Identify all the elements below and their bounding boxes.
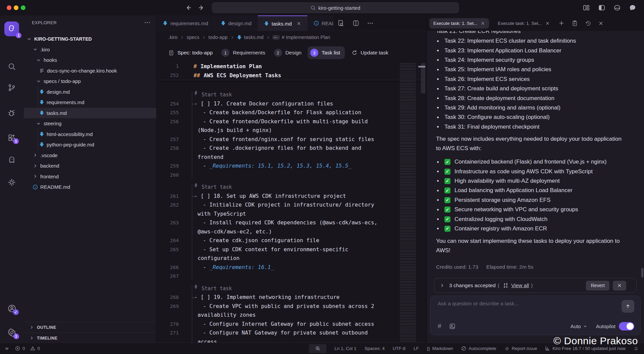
tree-item-folder[interactable]: hooks: [24, 55, 156, 65]
chat-scrollbar[interactable]: [641, 268, 643, 277]
remote-indicator-icon[interactable]: [4, 346, 10, 351]
breadcrumb-item[interactable]: tasks.md: [244, 35, 264, 40]
tab-tasks-active[interactable]: tasks.md: [258, 15, 308, 31]
tree-item-folder[interactable]: .kiro: [24, 44, 156, 55]
code-lens-start-task[interactable]: Start task: [157, 183, 426, 192]
tree-item-file[interactable]: docs-sync-on-change.kiro.hook: [24, 65, 156, 76]
tree-item-file[interactable]: html-accessibility.md: [24, 129, 156, 140]
dismiss-changes-button[interactable]: [613, 281, 626, 291]
tab-design[interactable]: design.md: [215, 15, 258, 31]
minimize-window-button[interactable]: [14, 5, 18, 10]
sidebar-item-source-control[interactable]: [0, 79, 23, 96]
editor-line: configuration: [157, 254, 426, 263]
toggle-panel-icon[interactable]: [613, 4, 621, 12]
history-icon[interactable]: [585, 20, 591, 27]
code-lens-start-task[interactable]: Start task: [157, 284, 426, 293]
close-icon[interactable]: [481, 21, 485, 26]
editor-scrollbar[interactable]: [421, 63, 425, 93]
nav-back-icon[interactable]: [184, 4, 193, 12]
account-button[interactable]: ✓: [0, 300, 23, 317]
tree-item-file-selected[interactable]: tasks.md: [24, 108, 156, 119]
outline-section[interactable]: OUTLINE: [24, 322, 156, 333]
breadcrumb-item[interactable]: specs: [186, 35, 199, 40]
tab-requirements[interactable]: requirements.md: [157, 15, 215, 31]
zoom-indicator[interactable]: [309, 344, 326, 353]
refresh-icon: [352, 50, 358, 56]
breadcrumb-item[interactable]: # Implementation Plan: [282, 35, 330, 40]
notifications-bell-icon[interactable]: [634, 346, 639, 351]
send-button[interactable]: [622, 300, 634, 313]
close-icon[interactable]: [545, 21, 550, 26]
explorer-more-icon[interactable]: [144, 19, 150, 26]
sidebar-item-debug[interactable]: [0, 104, 23, 122]
breadcrumb-item[interactable]: todo-app: [208, 35, 227, 40]
chat-body[interactable]: Task 21: Create ECR repositories Task 22…: [427, 31, 644, 343]
tree-item-folder[interactable]: steering: [24, 118, 156, 129]
command-center-search[interactable]: kiro-getting-started: [212, 2, 459, 13]
nav-forward-icon[interactable]: [197, 4, 205, 12]
task-bullet: Task 24: Implement security groups: [436, 55, 637, 65]
breadcrumb-item[interactable]: .kiro: [168, 35, 177, 40]
code-lens-start-task[interactable]: Start task: [157, 90, 426, 99]
revert-button[interactable]: Revert: [586, 281, 609, 291]
sidebar-item-spark[interactable]: [0, 174, 23, 191]
layout-customize-icon[interactable]: [582, 4, 590, 12]
editor-content[interactable]: 1 # Implementation Plan 252 ## AWS ECS D…: [157, 62, 426, 343]
attach-image-icon[interactable]: [449, 323, 456, 330]
sidebar-item-search[interactable]: [0, 58, 23, 75]
task-list-icon[interactable]: [572, 20, 578, 27]
toggle-knob: [627, 323, 634, 330]
close-panel-icon[interactable]: [598, 21, 603, 26]
zoom-window-button[interactable]: [21, 5, 25, 10]
tree-item-folder[interactable]: specs / todo-app: [24, 76, 156, 87]
chat-bubble-icon[interactable]: [629, 4, 637, 12]
settings-button[interactable]: 1: [0, 324, 23, 341]
tree-item-file[interactable]: python-pep-guide.md: [24, 139, 156, 150]
autocomplete-status[interactable]: Autocomplete: [461, 346, 496, 351]
encoding[interactable]: UTF-8: [393, 346, 406, 351]
problems-indicator[interactable]: 0 0: [15, 346, 40, 351]
tree-item-file[interactable]: README.md: [24, 182, 156, 192]
close-tab-icon[interactable]: [297, 21, 301, 26]
tree-item-file[interactable]: design.md: [24, 87, 156, 97]
report-issue[interactable]: Report issue: [504, 346, 537, 351]
sidebar-item-ghost[interactable]: [0, 151, 23, 169]
open-preview-icon[interactable]: [337, 19, 345, 27]
new-chat-icon[interactable]: [558, 20, 565, 26]
mode-selector[interactable]: Auto: [571, 323, 587, 329]
toggle-sidebar-icon[interactable]: [598, 4, 606, 12]
update-task-button[interactable]: Update task: [352, 50, 388, 56]
view-all-link[interactable]: View all: [511, 282, 529, 289]
chat-tab[interactable]: Execute task: 1. Set...: [494, 18, 553, 29]
split-editor-icon[interactable]: [352, 19, 360, 27]
sidebar-item-kiro[interactable]: 1: [0, 20, 23, 38]
spec-step-design[interactable]: 2 Design: [274, 49, 302, 57]
chevron-right-icon[interactable]: [440, 283, 444, 288]
tree-item-file[interactable]: requirements.md: [24, 97, 156, 108]
search-icon: [311, 5, 316, 10]
timeline-section[interactable]: TIMELINE: [24, 333, 156, 343]
close-window-button[interactable]: [7, 5, 11, 10]
context-hash-icon[interactable]: #: [438, 322, 441, 330]
spec-step-task-list[interactable]: 3 Task list: [308, 46, 345, 59]
cursor-position[interactable]: Ln 1, Col 1: [334, 346, 356, 351]
tree-item-folder[interactable]: .vscode: [24, 150, 156, 161]
language-mode[interactable]: {} Markdown: [427, 346, 453, 351]
autopilot-toggle[interactable]: [619, 322, 634, 330]
tab-readme[interactable]: README.md: [308, 15, 334, 31]
file-tree: KIRO-GETTING-STARTED .kiro hooks docs-sy…: [24, 34, 156, 192]
tree-item-project-root[interactable]: KIRO-GETTING-STARTED: [24, 34, 156, 44]
kiro-plan-status[interactable]: Kiro Free 16.7 / 50 updated just now: [545, 346, 626, 351]
chat-prompt-input[interactable]: [438, 301, 605, 307]
spec-step-requirements[interactable]: 1 Requirements: [221, 49, 265, 57]
minimap[interactable]: [398, 63, 419, 352]
indentation[interactable]: Spaces: 4: [365, 346, 385, 351]
tree-item-folder[interactable]: frontend: [24, 171, 156, 182]
sidebar-item-extensions[interactable]: 1: [0, 129, 23, 146]
more-actions-icon[interactable]: [367, 20, 374, 27]
eol-indicator[interactable]: LF: [414, 346, 419, 351]
check-icon: ✓: [444, 159, 450, 165]
editor-toolbar: [334, 15, 374, 31]
tree-item-folder[interactable]: backend: [24, 161, 156, 171]
chat-tab-active[interactable]: Execute task: 1. Set...: [429, 18, 489, 29]
